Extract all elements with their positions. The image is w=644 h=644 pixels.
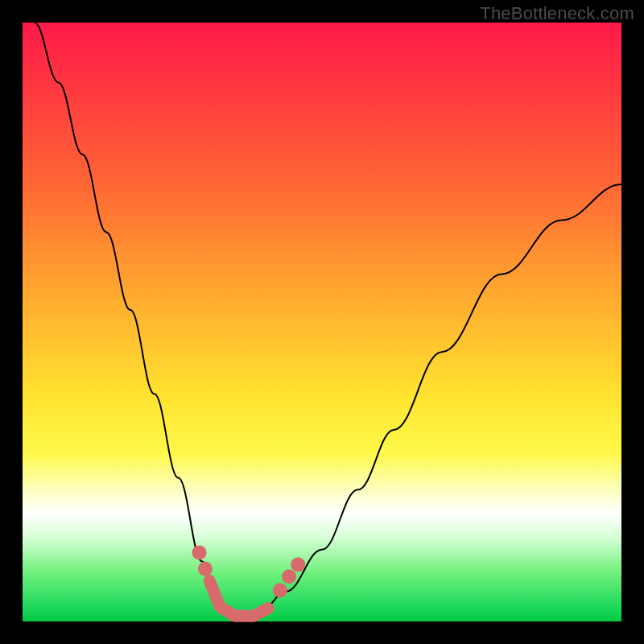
optimal-region-dots-left [192,545,212,576]
watermark-text: TheBottleneck.com [480,3,634,24]
chart-svg [23,23,621,621]
bottleneck-curve [35,23,621,616]
optimal-region-dot [192,545,206,559]
optimal-region-line [209,580,268,616]
optimal-region-dot [291,557,305,572]
optimal-region-dot [273,583,287,597]
chart-plot-area [23,23,621,621]
optimal-region-dot [198,562,213,576]
optimal-region-dot [282,569,296,584]
